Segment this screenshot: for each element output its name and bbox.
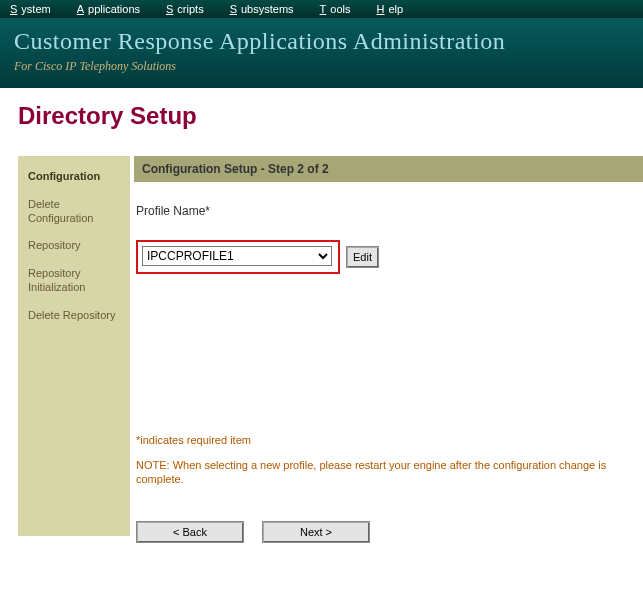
section-heading: Configuration Setup - Step 2 of 2 [134,156,643,182]
menubar: System Applications Scripts Subsystems T… [0,0,643,18]
sidebar-item-repository[interactable]: Repository [28,239,120,253]
back-button[interactable]: < Back [136,521,244,543]
menu-subsystems[interactable]: Subsystems [226,2,302,16]
app-title: Customer Response Applications Administr… [14,28,629,55]
menu-scripts[interactable]: Scripts [162,2,212,16]
sidebar-item-delete-repository[interactable]: Delete Repository [28,309,120,323]
menu-system[interactable]: System [6,2,59,16]
sidebar-item-configuration[interactable]: Configuration [28,170,120,184]
edit-button[interactable]: Edit [346,246,379,268]
sidebar-item-repository-initialization[interactable]: Repository Initialization [28,267,120,295]
banner: Customer Response Applications Administr… [0,18,643,88]
profile-name-select[interactable]: IPCCPROFILE1 [142,246,332,266]
restart-note: NOTE: When selecting a new profile, plea… [136,458,626,487]
sidebar-item-delete-configuration[interactable]: Delete Configuration [28,198,120,226]
next-button[interactable]: Next > [262,521,370,543]
page-title: Directory Setup [18,102,643,130]
required-note: *indicates required item [136,434,643,446]
profile-select-highlight: IPCCPROFILE1 [136,240,340,274]
sidebar: Configuration Delete Configuration Repos… [18,156,130,536]
menu-tools[interactable]: Tools [316,2,359,16]
app-subtitle: For Cisco IP Telephony Solutions [14,59,629,74]
profile-name-label: Profile Name* [136,204,643,218]
menu-help[interactable]: Help [372,2,411,16]
menu-applications[interactable]: Applications [73,2,148,16]
